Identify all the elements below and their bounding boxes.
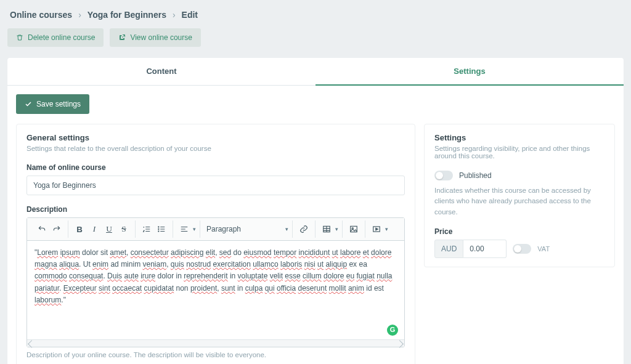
tab-settings[interactable]: Settings — [316, 58, 624, 86]
breadcrumb-page: Edit — [182, 10, 198, 20]
bold-button[interactable]: B — [72, 222, 87, 237]
general-title: General settings — [26, 133, 405, 142]
published-label: Published — [459, 171, 492, 180]
price-input[interactable] — [463, 240, 507, 258]
course-name-label: Name of online course — [26, 163, 405, 172]
image-button[interactable] — [346, 222, 361, 237]
table-icon — [322, 225, 331, 233]
breadcrumb-course[interactable]: Yoga for Beginners — [88, 10, 166, 20]
chevron-down-icon: ▾ — [335, 226, 338, 232]
description-editor-body[interactable]: "Lorem ipsum dolor sit amet, consectetur… — [27, 241, 404, 339]
svg-point-2 — [158, 231, 159, 232]
image-icon — [349, 225, 358, 233]
vat-toggle[interactable] — [513, 244, 531, 254]
visibility-settings-panel: Settings Settings regarding visibility, … — [424, 124, 615, 267]
paragraph-style-label: Paragraph — [206, 225, 241, 233]
view-course-button[interactable]: View online course — [110, 28, 201, 47]
grammarly-icon[interactable]: G — [387, 325, 398, 336]
play-icon — [372, 225, 381, 233]
delete-course-label: Delete online course — [28, 33, 95, 42]
ordered-list-button[interactable] — [139, 222, 154, 237]
undo-icon — [38, 225, 46, 233]
settings-card: Content Settings Save settings General s… — [7, 58, 624, 364]
paragraph-style-select[interactable]: Paragraph — [204, 224, 284, 235]
link-icon — [299, 225, 308, 233]
description-help-text: Description of your online course. The d… — [26, 351, 405, 358]
link-button[interactable] — [296, 222, 311, 237]
chevron-down-icon: ▾ — [193, 226, 196, 232]
course-name-input[interactable] — [26, 176, 405, 195]
chevron-down-icon: ▾ — [285, 226, 288, 232]
currency-prefix: AUD — [434, 240, 463, 258]
align-button[interactable] — [177, 222, 192, 237]
description-label: Description — [26, 205, 405, 214]
tab-content[interactable]: Content — [7, 58, 316, 85]
check-icon — [25, 100, 32, 108]
breadcrumb-root[interactable]: Online courses — [10, 10, 72, 20]
tab-bar: Content Settings — [7, 58, 624, 86]
save-settings-button[interactable]: Save settings — [16, 94, 89, 114]
redo-button[interactable] — [49, 222, 64, 237]
svg-point-0 — [158, 227, 159, 227]
rich-text-editor: B I U S — [26, 217, 405, 347]
vat-label: VAT — [537, 245, 550, 253]
svg-point-1 — [158, 229, 159, 229]
redo-icon — [52, 225, 61, 233]
table-button[interactable] — [319, 222, 334, 237]
settings-panel-subtitle: Settings regarding visibility, price and… — [434, 145, 605, 160]
save-settings-label: Save settings — [36, 100, 81, 108]
svg-rect-4 — [351, 226, 357, 232]
chevron-right-icon: › — [173, 10, 176, 20]
italic-button[interactable]: I — [87, 222, 102, 237]
published-toggle[interactable] — [434, 171, 453, 180]
editor-horizontal-scrollbar[interactable] — [27, 339, 404, 347]
editor-toolbar: B I U S — [27, 218, 404, 241]
delete-course-button[interactable]: Delete online course — [7, 28, 104, 47]
chevron-right-icon: › — [78, 10, 81, 20]
price-label: Price — [434, 227, 605, 236]
bullet-list-icon — [157, 225, 166, 233]
ordered-list-icon — [142, 225, 151, 233]
trash-icon — [16, 34, 23, 41]
view-course-label: View online course — [130, 33, 192, 42]
chevron-down-icon: ▾ — [385, 226, 388, 232]
published-description: Indicates whether this course can be acc… — [434, 185, 605, 217]
media-button[interactable] — [369, 222, 384, 237]
align-left-icon — [180, 225, 189, 233]
strikethrough-button[interactable]: S — [116, 222, 131, 237]
general-subtitle: Settings that relate to the overall desc… — [26, 145, 405, 152]
general-settings-panel: General settings Settings that relate to… — [16, 124, 415, 364]
undo-button[interactable] — [35, 222, 49, 237]
breadcrumb: Online courses › Yoga for Beginners › Ed… — [10, 10, 624, 20]
underline-button[interactable]: U — [102, 222, 116, 237]
bullet-list-button[interactable] — [154, 222, 169, 237]
settings-panel-title: Settings — [434, 133, 605, 142]
external-link-icon — [118, 34, 126, 41]
